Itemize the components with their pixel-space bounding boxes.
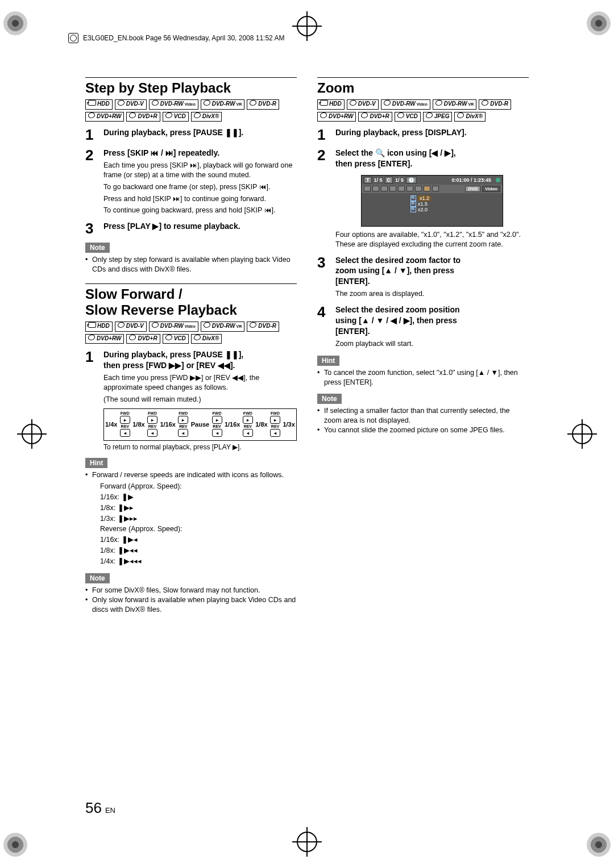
osd-icon [364,186,371,191]
step-3: 3 Press [PLAY ▶] to resume playback. [85,221,297,236]
reg-mark-br [587,833,611,857]
step-playback-title: Step by Step Playback [85,80,297,96]
zoom-step-1: 1 During playback, press [DISPLAY]. [317,127,529,142]
zoom-hint-label: Hint [317,356,339,366]
format-row-1: HDD DVD-V DVD-RWVideo DVD-RWVR DVD-R DVD… [85,99,297,122]
reg-mark-tl [3,11,27,35]
status-dot-icon [496,178,500,182]
header-text: E3LG0ED_EN.book Page 56 Wednesday, April… [83,34,284,42]
left-column: Step by Step Playback HDD DVD-V DVD-RWVi… [85,74,297,615]
crosshair-bottom [292,827,322,857]
zoom-step-3: 3 Select the desired zoom factor to zoom… [317,255,529,299]
crosshair-left [17,419,47,449]
zoom-title: Zoom [317,80,529,96]
slow-speed-diagram: 1/4x FWD▸REV◂ 1/8x FWD▸REV◂ 1/16x FWD▸RE… [103,408,297,441]
reg-mark-bl [3,833,27,857]
note-list: Only step by step forward is available w… [85,255,297,274]
step-1: 1 During playback, press [PAUSE ❚❚]. [85,127,297,142]
zoom-step-2: 2 Select the 🔍 icon using [◀ / ▶], then … [317,148,529,249]
note-label: Note [85,243,110,253]
format-row-2: HDD DVD-V DVD-RWVideo DVD-RWVR DVD-R DVD… [85,322,297,344]
crosshair-right [567,419,597,449]
zoom-step-4: 4 Select the desired zoom position using… [317,304,529,349]
note-label-2: Note [85,573,110,583]
format-row-3: HDD DVD-V DVD-RWVideo DVD-RWVR DVD-R DVD… [317,99,529,122]
book-icon [68,33,78,43]
crosshair-top [292,11,322,41]
slow-diagram-sub: To return to normal playback, press [PLA… [103,443,297,451]
osd-screenshot: T 1/ 5 C 1/ 5 🕐 0:01:00 / 1:23:45 DVD Vi… [361,175,503,227]
header-line: E3LG0ED_EN.book Page 56 Wednesday, April… [68,33,284,43]
reg-mark-tr [587,11,611,35]
page-number: 56EN [85,799,115,817]
slow-playback-title: Slow Forward / Slow Reverse Playback [85,286,297,318]
hint-label: Hint [85,458,107,468]
zoom-note-label: Note [317,394,342,404]
right-column: Zoom HDD DVD-V DVD-RWVideo DVD-RWVR DVD-… [317,74,529,615]
step-2: 2 Press [SKIP ⏮ / ⏭] repeatedly. Each ti… [85,148,297,215]
slow-step-1: 1 During playback, press [PAUSE ❚❚], the… [85,349,297,451]
speed-list: Forward (Approx. Speed): 1/16x: ❚▶ 1/8x:… [100,481,297,566]
